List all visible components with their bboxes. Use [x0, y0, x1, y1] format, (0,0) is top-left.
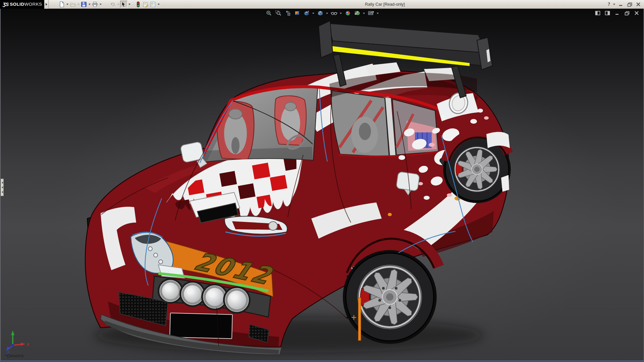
collapse-arrow-icon: [2, 182, 3, 184]
print-button[interactable]: [91, 1, 99, 8]
solidworks-logo-glyph: ƷS: [3, 1, 8, 7]
view-settings-icon: [368, 10, 374, 16]
menu-flyout-arrow[interactable]: [44, 0, 49, 9]
rear-wing[interactable]: [319, 21, 492, 98]
minimize-app-button[interactable]: [617, 1, 625, 8]
edit-appearance-button[interactable]: [343, 10, 352, 17]
view-orientation-icon: [303, 10, 310, 16]
options-icon: [150, 1, 156, 7]
new-document-icon: [59, 1, 65, 7]
apply-scene-button[interactable]: [353, 10, 361, 17]
file-properties-button[interactable]: [142, 1, 149, 8]
select-dropdown[interactable]: [127, 1, 131, 8]
open-folder-icon: [70, 1, 76, 7]
collapse-arrow-icon: [2, 191, 3, 193]
print-icon: [92, 1, 98, 7]
triad-y-axis: [11, 330, 14, 345]
minimize-icon: [619, 2, 623, 6]
window-controls: ?: [607, 0, 642, 9]
hide-show-items-dropdown[interactable]: [339, 10, 342, 17]
wing-endplate-left: [319, 21, 333, 58]
file-properties-icon: [143, 1, 149, 7]
pane-left-icon: [595, 11, 600, 15]
pane-right-icon: [605, 11, 610, 15]
view-orientation-dropdown[interactable]: [312, 10, 315, 17]
document-window-controls: [594, 10, 640, 16]
save-dropdown[interactable]: [88, 1, 91, 8]
reference-triad[interactable]: X Z: [3, 323, 35, 355]
close-doc-icon: [634, 11, 639, 15]
racing-seat-right: [275, 96, 306, 145]
new-document-dropdown[interactable]: [65, 1, 69, 8]
pane-right-button[interactable]: [604, 10, 611, 16]
open-button[interactable]: [69, 1, 76, 8]
help-dropdown[interactable]: [612, 1, 616, 8]
zoom-to-fit-button[interactable]: [265, 10, 273, 17]
standard-toolbar: [58, 1, 160, 8]
solidworks-logo: ƷS SOLIDWORKS: [0, 0, 44, 9]
save-button[interactable]: [80, 1, 88, 8]
apply-scene-dropdown[interactable]: [362, 10, 366, 17]
model-render[interactable]: 2012: [1, 9, 644, 361]
undo-button[interactable]: [109, 1, 116, 8]
display-style-button[interactable]: [316, 10, 324, 17]
select-button[interactable]: [120, 1, 127, 8]
solidworks-window: ƷS SOLIDWORKS: [0, 0, 644, 362]
zoom-to-area-button[interactable]: [274, 10, 282, 17]
window-title: Rally Car [Read-only]: [365, 0, 405, 9]
new-document-button[interactable]: [58, 1, 65, 8]
restore-doc-button[interactable]: [624, 10, 630, 16]
pane-left-button[interactable]: [594, 10, 601, 16]
front-right-wheel[interactable]: [343, 250, 437, 344]
triad-x-axis: X: [13, 342, 30, 347]
save-icon: [81, 1, 87, 7]
window-bottom-edge[interactable]: [0, 361, 644, 362]
zoom-to-fit-icon: [266, 10, 272, 16]
close-doc-button[interactable]: [633, 10, 640, 16]
restore-app-button[interactable]: [626, 1, 633, 8]
section-view-icon: [294, 10, 301, 16]
featuremanager-splitter-tab[interactable]: [1, 179, 4, 196]
help-button[interactable]: ?: [607, 2, 611, 7]
restore-icon: [627, 2, 632, 7]
display-style-icon: [317, 10, 324, 16]
headsup-view-toolbar: [265, 10, 379, 17]
view-orientation-button[interactable]: [302, 10, 311, 17]
open-dropdown[interactable]: [76, 1, 80, 8]
select-arrow-icon: [121, 1, 127, 7]
close-icon: [636, 2, 641, 6]
view-settings-button[interactable]: [367, 10, 375, 17]
hide-show-items-button[interactable]: [330, 10, 338, 17]
apply-scene-icon: [354, 10, 361, 16]
restore-doc-icon: [625, 11, 630, 15]
collapse-arrow-icon: [2, 186, 3, 188]
print-dropdown[interactable]: [99, 1, 102, 8]
undo-icon: [110, 1, 116, 7]
flyout-arrow-icon: [46, 3, 47, 6]
solidworks-logo-text: SOLIDWORKS: [10, 2, 42, 7]
svg-text:X: X: [26, 342, 30, 347]
title-bar: ƷS SOLIDWORKS: [0, 0, 644, 9]
rebuild-traffic-light-icon: [135, 1, 141, 7]
section-view-button[interactable]: [293, 10, 301, 17]
zoom-to-area-icon: [275, 10, 282, 16]
options-button[interactable]: [149, 1, 157, 8]
racing-seat-left: [217, 101, 254, 160]
view-settings-dropdown[interactable]: [376, 10, 379, 17]
license-plate[interactable]: [170, 313, 232, 339]
edit-appearance-icon: [344, 10, 351, 16]
options-dropdown[interactable]: [157, 1, 160, 8]
previous-view-icon: [284, 10, 291, 16]
close-app-button[interactable]: [635, 1, 642, 8]
graphics-area[interactable]: 2012: [0, 9, 644, 361]
previous-view-button[interactable]: [283, 10, 292, 17]
hide-show-items-icon: [331, 10, 337, 16]
rebuild-button[interactable]: [135, 1, 142, 8]
minimize-doc-icon: [615, 11, 620, 15]
view-orientation-label: *Dimetric: [5, 353, 24, 358]
minimize-doc-button[interactable]: [614, 10, 621, 16]
display-style-dropdown[interactable]: [325, 10, 329, 17]
door-window[interactable]: [331, 90, 389, 157]
undo-dropdown[interactable]: [116, 1, 120, 8]
